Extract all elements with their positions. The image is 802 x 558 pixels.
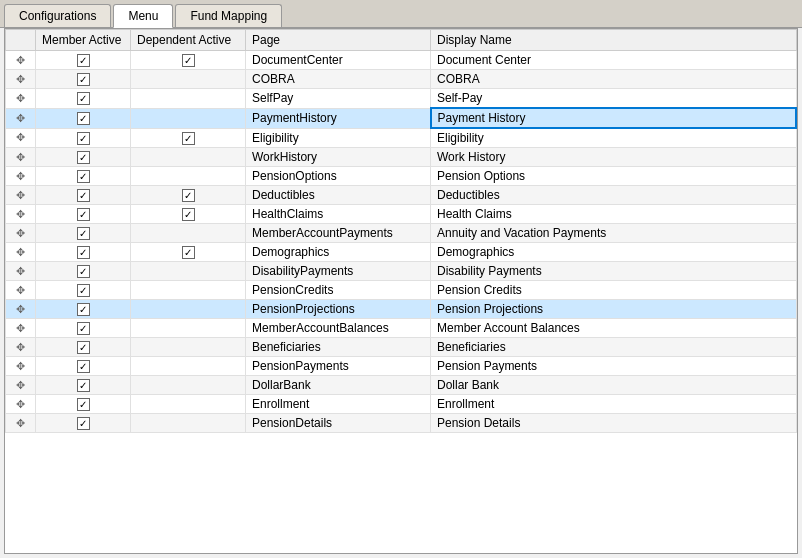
table-row: ✥PensionPaymentsPension Payments xyxy=(6,357,797,376)
page-cell: Enrollment xyxy=(246,395,431,414)
member-active-checkbox[interactable] xyxy=(77,54,90,67)
display-name-cell: Pension Credits xyxy=(431,281,797,300)
dependent-active-cell xyxy=(131,70,246,89)
member-active-checkbox[interactable] xyxy=(77,284,90,297)
drag-handle[interactable]: ✥ xyxy=(6,357,36,376)
drag-handle[interactable]: ✥ xyxy=(6,338,36,357)
page-cell: COBRA xyxy=(246,70,431,89)
dependent-active-cell xyxy=(131,262,246,281)
drag-handle[interactable]: ✥ xyxy=(6,224,36,243)
drag-handle[interactable]: ✥ xyxy=(6,376,36,395)
display-name-cell: Payment History xyxy=(431,108,797,128)
drag-handle[interactable]: ✥ xyxy=(6,51,36,70)
page-cell: Deductibles xyxy=(246,186,431,205)
page-cell: PensionDetails xyxy=(246,414,431,433)
tab-menu[interactable]: Menu xyxy=(113,4,173,28)
drag-handle[interactable]: ✥ xyxy=(6,148,36,167)
table-container[interactable]: Member Active Dependent Active Page Disp… xyxy=(5,29,797,553)
dependent-active-cell xyxy=(131,357,246,376)
table-row: ✥DisabilityPaymentsDisability Payments xyxy=(6,262,797,281)
drag-handle[interactable]: ✥ xyxy=(6,205,36,224)
dependent-active-checkbox[interactable] xyxy=(182,189,195,202)
member-active-checkbox[interactable] xyxy=(77,112,90,125)
col-display-name: Display Name xyxy=(431,30,797,51)
col-dependent-active: Dependent Active xyxy=(131,30,246,51)
table-row: ✥PaymentHistoryPayment History xyxy=(6,108,797,128)
table-row: ✥DemographicsDemographics xyxy=(6,243,797,262)
page-cell: DisabilityPayments xyxy=(246,262,431,281)
display-name-cell: Pension Projections xyxy=(431,300,797,319)
page-cell: PensionPayments xyxy=(246,357,431,376)
member-active-cell xyxy=(36,51,131,70)
display-name-cell: Pension Details xyxy=(431,414,797,433)
page-cell: PensionCredits xyxy=(246,281,431,300)
dependent-active-cell xyxy=(131,414,246,433)
tab-configurations[interactable]: Configurations xyxy=(4,4,111,27)
member-active-cell xyxy=(36,70,131,89)
table-row: ✥DeductiblesDeductibles xyxy=(6,186,797,205)
drag-handle[interactable]: ✥ xyxy=(6,262,36,281)
member-active-checkbox[interactable] xyxy=(77,265,90,278)
dependent-active-cell xyxy=(131,89,246,109)
page-cell: HealthClaims xyxy=(246,205,431,224)
dependent-active-cell xyxy=(131,319,246,338)
dependent-active-cell xyxy=(131,148,246,167)
member-active-checkbox[interactable] xyxy=(77,360,90,373)
dependent-active-cell xyxy=(131,186,246,205)
display-name-cell: Disability Payments xyxy=(431,262,797,281)
drag-handle[interactable]: ✥ xyxy=(6,167,36,186)
drag-handle[interactable]: ✥ xyxy=(6,108,36,128)
member-active-checkbox[interactable] xyxy=(77,398,90,411)
page-cell: Beneficiaries xyxy=(246,338,431,357)
table-row: ✥COBRACOBRA xyxy=(6,70,797,89)
drag-handle[interactable]: ✥ xyxy=(6,243,36,262)
drag-handle[interactable]: ✥ xyxy=(6,319,36,338)
tabs-bar: ConfigurationsMenuFund Mapping xyxy=(0,0,802,28)
dependent-active-checkbox[interactable] xyxy=(182,246,195,259)
drag-handle[interactable]: ✥ xyxy=(6,395,36,414)
dependent-active-checkbox[interactable] xyxy=(182,132,195,145)
table-row: ✥MemberAccountBalancesMember Account Bal… xyxy=(6,319,797,338)
table-row: ✥EligibilityEligibility xyxy=(6,128,797,148)
page-cell: Eligibility xyxy=(246,128,431,148)
member-active-cell xyxy=(36,205,131,224)
member-active-checkbox[interactable] xyxy=(77,73,90,86)
drag-handle[interactable]: ✥ xyxy=(6,414,36,433)
member-active-cell xyxy=(36,395,131,414)
member-active-checkbox[interactable] xyxy=(77,92,90,105)
member-active-checkbox[interactable] xyxy=(77,341,90,354)
member-active-cell xyxy=(36,262,131,281)
member-active-checkbox[interactable] xyxy=(77,246,90,259)
member-active-cell xyxy=(36,376,131,395)
table-row: ✥DocumentCenterDocument Center xyxy=(6,51,797,70)
page-cell: SelfPay xyxy=(246,89,431,109)
member-active-checkbox[interactable] xyxy=(77,170,90,183)
display-name-cell: Beneficiaries xyxy=(431,338,797,357)
table-row: ✥PensionOptionsPension Options xyxy=(6,167,797,186)
drag-handle[interactable]: ✥ xyxy=(6,89,36,109)
dependent-active-checkbox[interactable] xyxy=(182,208,195,221)
display-name-cell: Enrollment xyxy=(431,395,797,414)
drag-handle[interactable]: ✥ xyxy=(6,70,36,89)
drag-handle[interactable]: ✥ xyxy=(6,300,36,319)
member-active-cell xyxy=(36,357,131,376)
member-active-checkbox[interactable] xyxy=(77,417,90,430)
member-active-checkbox[interactable] xyxy=(77,227,90,240)
dependent-active-checkbox[interactable] xyxy=(182,54,195,67)
member-active-checkbox[interactable] xyxy=(77,322,90,335)
tab-fund-mapping[interactable]: Fund Mapping xyxy=(175,4,282,27)
dependent-active-cell xyxy=(131,51,246,70)
drag-handle[interactable]: ✥ xyxy=(6,128,36,148)
dependent-active-cell xyxy=(131,376,246,395)
drag-handle[interactable]: ✥ xyxy=(6,186,36,205)
member-active-cell xyxy=(36,224,131,243)
member-active-checkbox[interactable] xyxy=(77,132,90,145)
member-active-checkbox[interactable] xyxy=(77,379,90,392)
dependent-active-cell xyxy=(131,243,246,262)
member-active-checkbox[interactable] xyxy=(77,189,90,202)
member-active-checkbox[interactable] xyxy=(77,151,90,164)
display-name-cell: Annuity and Vacation Payments xyxy=(431,224,797,243)
member-active-checkbox[interactable] xyxy=(77,208,90,221)
member-active-checkbox[interactable] xyxy=(77,303,90,316)
drag-handle[interactable]: ✥ xyxy=(6,281,36,300)
